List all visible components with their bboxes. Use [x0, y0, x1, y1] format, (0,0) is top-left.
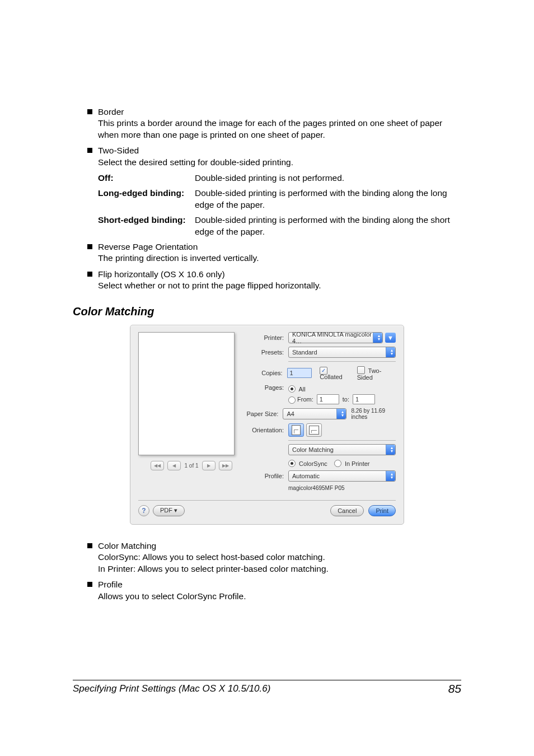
label-paper: Paper Size:: [245, 410, 278, 417]
nav-prev-button[interactable]: ◀: [167, 461, 181, 470]
chevron-updown-icon: ▴▾: [391, 473, 393, 479]
print-dialog: ◀◀ ◀ 1 of 1 ▶ ▶▶ Printer: KONICA MINOLTA…: [130, 325, 404, 525]
nav-page-of: 1 of 1: [184, 463, 198, 469]
pages-range-wrap[interactable]: From: 1 to: 1: [288, 394, 375, 404]
bullet-icon: [87, 244, 92, 249]
section-title: Color Matching: [73, 305, 461, 318]
chevron-updown-icon: ▴▾: [378, 334, 380, 341]
pages-to-input[interactable]: 1: [353, 394, 375, 404]
bullet-profile-title: Profile: [98, 579, 461, 590]
pages-from-radio[interactable]: [288, 396, 296, 404]
twosided-check-wrap[interactable]: Two-Sided: [357, 365, 396, 381]
footer-left: Specifying Print Settings (Mac OS X 10.5…: [73, 683, 270, 694]
def-short-term: Short-edged binding:: [98, 215, 186, 225]
page-footer: Specifying Print Settings (Mac OS X 10.5…: [73, 680, 461, 696]
label-printer: Printer:: [245, 334, 284, 341]
bullet-reverse-title: Reverse Page Orientation: [98, 241, 461, 253]
chevron-updown-icon: ▴▾: [341, 410, 344, 417]
profile-value: Automatic: [292, 473, 320, 479]
definition-table: Off: Double-sided printing is not perfor…: [98, 172, 461, 238]
pages-all-label: All: [298, 386, 305, 393]
chevron-updown-icon: ▴▾: [391, 446, 393, 453]
nav-first-button[interactable]: ◀◀: [151, 461, 164, 470]
bullet-icon: [87, 543, 92, 548]
paper-dim: 8.26 by 11.69 inches: [351, 408, 396, 420]
cancel-button[interactable]: Cancel: [330, 505, 364, 516]
def-long-term: Long-edged binding:: [98, 188, 184, 198]
def-long-body: Double-sided printing is performed with …: [195, 188, 461, 211]
bullet-icon: [87, 582, 92, 587]
bullet-reverse: Reverse Page Orientation The printing di…: [87, 241, 461, 264]
help-button[interactable]: ?: [138, 505, 149, 516]
def-off-term: Off:: [98, 173, 114, 183]
print-button[interactable]: Print: [368, 505, 396, 516]
bullet-icon: [87, 272, 92, 277]
inprinter-label: In Printer: [345, 460, 370, 467]
bullet-border: Border This prints a border around the i…: [87, 106, 461, 141]
bullet-border-title: Border: [98, 106, 461, 118]
settings-section-dropdown[interactable]: Color Matching ▴▾: [288, 444, 396, 455]
paper-value: A4: [287, 410, 294, 417]
bullet-twosided: Two-Sided Select the desired setting for…: [87, 145, 461, 168]
nav-last-button[interactable]: ▶▶: [219, 461, 232, 470]
printer-value: KONICA MINOLTA magicolor 4…: [292, 331, 372, 344]
presets-dropdown[interactable]: Standard ▴▾: [288, 347, 396, 358]
label-pages: Pages:: [245, 384, 284, 391]
orientation-portrait-button[interactable]: [288, 423, 304, 437]
pages-from-label: From:: [297, 396, 313, 403]
bullet-profile: Profile Allows you to select ColorSync P…: [87, 579, 461, 602]
twosided-checkbox[interactable]: [357, 366, 365, 374]
collated-check-wrap[interactable]: ✓ Collated: [320, 366, 352, 380]
inprinter-radio[interactable]: [334, 460, 341, 467]
chevron-updown-icon: ▴▾: [391, 349, 393, 356]
bullet-colormatching-l1: ColorSync: Allows you to select host-bas…: [98, 552, 461, 563]
profile-dropdown[interactable]: Automatic ▴▾: [288, 470, 396, 482]
colorsync-radio[interactable]: [288, 460, 296, 467]
bullet-twosided-title: Two-Sided: [98, 145, 461, 156]
section-dd-value: Color Matching: [292, 446, 334, 453]
landscape-icon: [309, 426, 319, 435]
def-short-body: Double-sided printing is performed with …: [195, 214, 461, 238]
copies-input[interactable]: 1: [287, 368, 312, 378]
bullet-colormatching: Color Matching ColorSync: Allows you to …: [87, 540, 461, 575]
bullet-border-body: This prints a border around the image fo…: [98, 118, 461, 141]
divider: [288, 361, 396, 362]
bullet-flip-body: Select whether or not to print the page …: [98, 280, 461, 291]
bullet-icon: [87, 109, 92, 114]
pages-all-wrap[interactable]: All: [288, 384, 375, 393]
bullet-colormatching-l2: In Printer: Allows you to select printer…: [98, 563, 461, 575]
label-orientation: Orientation:: [245, 427, 284, 433]
page-preview: [138, 332, 235, 455]
collated-checkbox[interactable]: ✓: [320, 367, 327, 375]
label-copies: Copies:: [245, 370, 283, 376]
pages-from-input[interactable]: 1: [317, 394, 339, 404]
portrait-icon: [292, 425, 301, 435]
bullet-profile-body: Allows you to select ColorSync Profile.: [98, 591, 461, 602]
divider: [288, 440, 396, 441]
divider: [138, 500, 396, 501]
pages-all-radio[interactable]: [288, 385, 296, 393]
bullet-flip: Flip horizontally (OS X 10.6 only) Selec…: [87, 269, 461, 292]
copies-value: 1: [290, 370, 293, 376]
pages-to-label: to:: [343, 396, 349, 403]
printer-status-button[interactable]: ▼: [385, 333, 396, 343]
inprinter-radio-wrap[interactable]: In Printer: [334, 459, 370, 467]
bullet-flip-title: Flip horizontally (OS X 10.6 only): [98, 269, 461, 280]
bullet-icon: [87, 148, 92, 153]
label-presets: Presets:: [245, 349, 284, 356]
preview-nav: ◀◀ ◀ 1 of 1 ▶ ▶▶: [138, 461, 245, 470]
bullet-reverse-body: The printing direction is inverted verti…: [98, 253, 461, 264]
orientation-landscape-button[interactable]: [306, 423, 322, 437]
label-profile: Profile:: [245, 473, 284, 479]
def-off-body: Double-sided printing is not performed.: [195, 172, 461, 184]
paper-size-dropdown[interactable]: A4 ▴▾: [283, 408, 346, 419]
colorsync-label: ColorSync: [299, 460, 327, 467]
printer-dropdown[interactable]: KONICA MINOLTA magicolor 4… ▴▾: [288, 332, 383, 343]
pdf-button[interactable]: PDF ▾: [153, 505, 185, 516]
nav-next-button[interactable]: ▶: [202, 461, 216, 470]
bullet-colormatching-title: Color Matching: [98, 540, 461, 552]
colorsync-radio-wrap[interactable]: ColorSync: [288, 459, 327, 467]
footer-page-number: 85: [448, 682, 461, 696]
bullet-twosided-body: Select the desired setting for double-si…: [98, 157, 461, 168]
presets-value: Standard: [292, 349, 317, 356]
